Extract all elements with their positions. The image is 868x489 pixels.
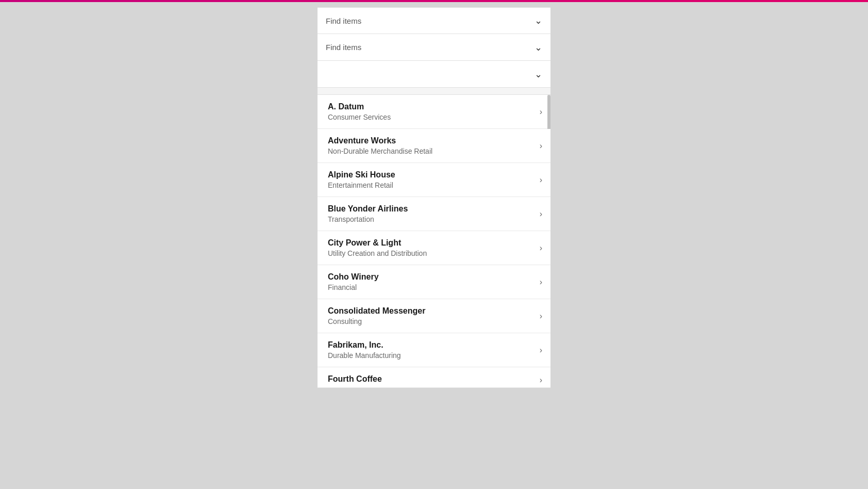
list-item-title: Fabrikam, Inc. [328, 340, 536, 350]
chevron-right-icon: › [540, 175, 542, 185]
chevron-right-icon: › [540, 141, 542, 151]
list-item-subtitle: Consulting [328, 317, 536, 325]
chevron-right-icon: › [540, 376, 542, 385]
chevron-down-icon-1: ⌄ [535, 15, 542, 26]
chevron-right-icon: › [540, 209, 542, 219]
chevron-right-icon: › [540, 243, 542, 253]
chevron-right-icon: › [540, 312, 542, 321]
dropdown-label-1: Find items [326, 17, 535, 25]
list-item-title: Blue Yonder Airlines [328, 204, 536, 214]
list-item-subtitle: Financial [328, 283, 536, 291]
list-item-content: Blue Yonder Airlines Transportation [328, 204, 536, 223]
page-wrapper: Find items ⌄ Find items ⌄ ⌄ A. Datum Con… [0, 0, 868, 388]
list-item-fabrikam[interactable]: Fabrikam, Inc. Durable Manufacturing › [318, 333, 550, 367]
list-item-title: Fourth Coffee [328, 374, 536, 384]
list-item-title: Consolidated Messenger [328, 306, 536, 316]
list-item-subtitle: Entertainment Retail [328, 181, 536, 189]
list-item-title: Alpine Ski House [328, 170, 536, 180]
scrollbar-track[interactable] [547, 95, 550, 128]
section-spacer [318, 88, 550, 95]
list-item-content: A. Datum Consumer Services [328, 102, 536, 121]
dropdown-label-2: Find items [326, 43, 535, 52]
list-item-content: Alpine Ski House Entertainment Retail [328, 170, 536, 189]
dropdown-find-items-1[interactable]: Find items ⌄ [318, 7, 550, 34]
dropdown-label-3 [326, 70, 535, 78]
list-item-content: Fourth Coffee [328, 374, 536, 385]
list-item-coho-winery[interactable]: Coho Winery Financial › [318, 265, 550, 299]
list-item-adventure-works[interactable]: Adventure Works Non-Durable Merchandise … [318, 129, 550, 163]
chevron-down-icon-2: ⌄ [535, 42, 542, 53]
list-item-alpine-ski-house[interactable]: Alpine Ski House Entertainment Retail › [318, 163, 550, 197]
dropdown-find-items-2[interactable]: Find items ⌄ [318, 34, 550, 61]
list-item-consolidated-messenger[interactable]: Consolidated Messenger Consulting › [318, 299, 550, 333]
list-item-title: City Power & Light [328, 238, 536, 248]
accounts-list: A. Datum Consumer Services › Adventure W… [318, 95, 550, 388]
list-item-title: A. Datum [328, 102, 536, 111]
list-item-subtitle: Durable Manufacturing [328, 351, 536, 360]
list-item-subtitle: Transportation [328, 215, 536, 223]
main-panel: Find items ⌄ Find items ⌄ ⌄ A. Datum Con… [318, 7, 550, 388]
list-item-subtitle: Non-Durable Merchandise Retail [328, 147, 536, 155]
list-item-content: Coho Winery Financial [328, 272, 536, 291]
chevron-down-icon-3: ⌄ [535, 69, 542, 80]
chevron-right-icon: › [540, 278, 542, 287]
list-item-content: Fabrikam, Inc. Durable Manufacturing [328, 340, 536, 360]
list-item-fourth-coffee[interactable]: Fourth Coffee › [318, 367, 550, 388]
chevron-right-icon: › [540, 346, 542, 355]
list-item-subtitle: Utility Creation and Distribution [328, 249, 536, 257]
list-item-title: Adventure Works [328, 136, 536, 145]
list-item-content: Adventure Works Non-Durable Merchandise … [328, 136, 536, 155]
list-item-blue-yonder-airlines[interactable]: Blue Yonder Airlines Transportation › [318, 197, 550, 231]
list-item-city-power-light[interactable]: City Power & Light Utility Creation and … [318, 231, 550, 265]
list-item-subtitle: Consumer Services [328, 113, 536, 121]
list-item-content: Consolidated Messenger Consulting [328, 306, 536, 325]
list-item-content: City Power & Light Utility Creation and … [328, 238, 536, 257]
chevron-right-icon: › [540, 107, 542, 117]
dropdown-empty-3[interactable]: ⌄ [318, 61, 550, 88]
list-item-a-datum[interactable]: A. Datum Consumer Services › [318, 95, 550, 129]
list-item-title: Coho Winery [328, 272, 536, 282]
